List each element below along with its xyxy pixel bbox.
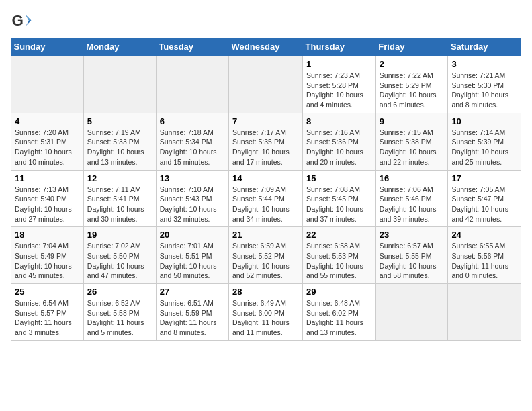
calendar-cell: 2Sunrise: 7:22 AM Sunset: 5:29 PM Daylig… xyxy=(375,56,448,113)
logo-icon: G xyxy=(11,11,32,32)
day-info: Sunrise: 7:10 AM Sunset: 5:43 PM Dayligh… xyxy=(160,185,225,224)
day-info: Sunrise: 7:23 AM Sunset: 5:28 PM Dayligh… xyxy=(306,71,372,110)
day-number: 21 xyxy=(232,230,299,240)
day-number: 5 xyxy=(87,116,152,126)
day-number: 17 xyxy=(451,173,517,183)
calendar-cell: 7Sunrise: 7:17 AM Sunset: 5:35 PM Daylig… xyxy=(229,113,303,170)
day-info: Sunrise: 6:49 AM Sunset: 6:00 PM Dayligh… xyxy=(232,298,299,338)
day-number: 1 xyxy=(306,59,372,69)
day-number: 19 xyxy=(87,230,152,240)
calendar-cell: 19Sunrise: 7:02 AM Sunset: 5:50 PM Dayli… xyxy=(83,227,156,284)
calendar-cell: 25Sunrise: 6:54 AM Sunset: 5:57 PM Dayli… xyxy=(11,284,84,341)
header-day-sunday: Sunday xyxy=(11,38,84,56)
day-info: Sunrise: 7:06 AM Sunset: 5:46 PM Dayligh… xyxy=(380,185,445,224)
header-day-wednesday: Wednesday xyxy=(229,38,303,56)
calendar-cell: 13Sunrise: 7:10 AM Sunset: 5:43 PM Dayli… xyxy=(156,170,228,227)
week-row-2: 4Sunrise: 7:20 AM Sunset: 5:31 PM Daylig… xyxy=(11,113,521,170)
calendar-table: SundayMondayTuesdayWednesdayThursdayFrid… xyxy=(11,38,521,341)
day-number: 10 xyxy=(451,116,517,126)
day-number: 13 xyxy=(160,173,225,183)
day-number: 12 xyxy=(87,173,152,183)
day-info: Sunrise: 7:13 AM Sunset: 5:40 PM Dayligh… xyxy=(15,185,80,224)
day-info: Sunrise: 7:18 AM Sunset: 5:34 PM Dayligh… xyxy=(160,128,225,167)
day-info: Sunrise: 6:51 AM Sunset: 5:59 PM Dayligh… xyxy=(160,298,225,338)
calendar-cell: 8Sunrise: 7:16 AM Sunset: 5:36 PM Daylig… xyxy=(303,113,376,170)
day-info: Sunrise: 7:22 AM Sunset: 5:29 PM Dayligh… xyxy=(380,71,445,110)
day-number: 16 xyxy=(380,173,445,183)
calendar-cell: 6Sunrise: 7:18 AM Sunset: 5:34 PM Daylig… xyxy=(156,113,228,170)
calendar-cell: 24Sunrise: 6:55 AM Sunset: 5:56 PM Dayli… xyxy=(448,227,521,284)
day-number: 18 xyxy=(15,230,80,240)
day-info: Sunrise: 6:57 AM Sunset: 5:55 PM Dayligh… xyxy=(380,241,445,281)
day-info: Sunrise: 7:19 AM Sunset: 5:33 PM Dayligh… xyxy=(87,128,152,167)
day-number: 6 xyxy=(160,116,225,126)
header-day-tuesday: Tuesday xyxy=(156,38,228,56)
calendar-cell xyxy=(229,56,303,113)
header-day-thursday: Thursday xyxy=(303,38,376,56)
day-number: 20 xyxy=(160,230,225,240)
day-number: 2 xyxy=(380,59,445,69)
calendar-cell: 29Sunrise: 6:48 AM Sunset: 6:02 PM Dayli… xyxy=(303,284,376,341)
week-row-5: 25Sunrise: 6:54 AM Sunset: 5:57 PM Dayli… xyxy=(11,284,521,341)
calendar-cell: 23Sunrise: 6:57 AM Sunset: 5:55 PM Dayli… xyxy=(375,227,448,284)
calendar-cell: 3Sunrise: 7:21 AM Sunset: 5:30 PM Daylig… xyxy=(448,56,521,113)
day-number: 24 xyxy=(451,230,517,240)
week-row-3: 11Sunrise: 7:13 AM Sunset: 5:40 PM Dayli… xyxy=(11,170,521,227)
header-row: SundayMondayTuesdayWednesdayThursdayFrid… xyxy=(11,38,521,56)
day-number: 15 xyxy=(306,173,372,183)
day-number: 29 xyxy=(306,287,372,297)
day-info: Sunrise: 7:17 AM Sunset: 5:35 PM Dayligh… xyxy=(232,128,299,167)
day-info: Sunrise: 7:11 AM Sunset: 5:41 PM Dayligh… xyxy=(87,185,152,224)
day-info: Sunrise: 6:58 AM Sunset: 5:53 PM Dayligh… xyxy=(306,241,372,281)
day-info: Sunrise: 7:15 AM Sunset: 5:38 PM Dayligh… xyxy=(380,128,445,167)
day-info: Sunrise: 6:59 AM Sunset: 5:52 PM Dayligh… xyxy=(232,241,299,281)
day-info: Sunrise: 7:20 AM Sunset: 5:31 PM Dayligh… xyxy=(15,128,80,167)
calendar-cell xyxy=(448,284,521,341)
calendar-cell: 18Sunrise: 7:04 AM Sunset: 5:49 PM Dayli… xyxy=(11,227,84,284)
day-info: Sunrise: 6:48 AM Sunset: 6:02 PM Dayligh… xyxy=(306,298,372,338)
day-info: Sunrise: 7:02 AM Sunset: 5:50 PM Dayligh… xyxy=(87,241,152,281)
day-number: 25 xyxy=(15,287,80,297)
day-info: Sunrise: 6:52 AM Sunset: 5:58 PM Dayligh… xyxy=(87,298,152,338)
day-info: Sunrise: 6:54 AM Sunset: 5:57 PM Dayligh… xyxy=(15,298,80,338)
calendar-cell: 14Sunrise: 7:09 AM Sunset: 5:44 PM Dayli… xyxy=(229,170,303,227)
calendar-cell xyxy=(375,284,448,341)
header-day-friday: Friday xyxy=(375,38,448,56)
calendar-cell: 28Sunrise: 6:49 AM Sunset: 6:00 PM Dayli… xyxy=(229,284,303,341)
day-number: 7 xyxy=(232,116,299,126)
day-number: 26 xyxy=(87,287,152,297)
calendar-cell: 4Sunrise: 7:20 AM Sunset: 5:31 PM Daylig… xyxy=(11,113,84,170)
header-day-saturday: Saturday xyxy=(448,38,521,56)
calendar-cell: 5Sunrise: 7:19 AM Sunset: 5:33 PM Daylig… xyxy=(83,113,156,170)
day-info: Sunrise: 7:09 AM Sunset: 5:44 PM Dayligh… xyxy=(232,185,299,224)
day-info: Sunrise: 7:01 AM Sunset: 5:51 PM Dayligh… xyxy=(160,241,225,281)
day-number: 27 xyxy=(160,287,225,297)
day-info: Sunrise: 7:05 AM Sunset: 5:47 PM Dayligh… xyxy=(451,185,517,224)
day-number: 8 xyxy=(306,116,372,126)
calendar-cell: 9Sunrise: 7:15 AM Sunset: 5:38 PM Daylig… xyxy=(375,113,448,170)
logo: G xyxy=(11,11,35,32)
calendar-cell: 20Sunrise: 7:01 AM Sunset: 5:51 PM Dayli… xyxy=(156,227,228,284)
calendar-cell: 11Sunrise: 7:13 AM Sunset: 5:40 PM Dayli… xyxy=(11,170,84,227)
day-info: Sunrise: 7:16 AM Sunset: 5:36 PM Dayligh… xyxy=(306,128,372,167)
header-day-monday: Monday xyxy=(83,38,156,56)
day-number: 23 xyxy=(380,230,445,240)
day-number: 14 xyxy=(232,173,299,183)
calendar-cell: 12Sunrise: 7:11 AM Sunset: 5:41 PM Dayli… xyxy=(83,170,156,227)
calendar-cell: 15Sunrise: 7:08 AM Sunset: 5:45 PM Dayli… xyxy=(303,170,376,227)
day-info: Sunrise: 7:21 AM Sunset: 5:30 PM Dayligh… xyxy=(451,71,517,110)
calendar-cell xyxy=(83,56,156,113)
calendar-cell xyxy=(156,56,228,113)
week-row-1: 1Sunrise: 7:23 AM Sunset: 5:28 PM Daylig… xyxy=(11,56,521,113)
page-header: G xyxy=(11,11,521,32)
calendar-cell xyxy=(11,56,84,113)
day-info: Sunrise: 7:08 AM Sunset: 5:45 PM Dayligh… xyxy=(306,185,372,224)
calendar-cell: 21Sunrise: 6:59 AM Sunset: 5:52 PM Dayli… xyxy=(229,227,303,284)
day-number: 3 xyxy=(451,59,517,69)
day-number: 9 xyxy=(380,116,445,126)
day-info: Sunrise: 7:04 AM Sunset: 5:49 PM Dayligh… xyxy=(15,241,80,281)
calendar-cell: 16Sunrise: 7:06 AM Sunset: 5:46 PM Dayli… xyxy=(375,170,448,227)
day-number: 22 xyxy=(306,230,372,240)
day-info: Sunrise: 7:14 AM Sunset: 5:39 PM Dayligh… xyxy=(451,128,517,167)
day-number: 11 xyxy=(15,173,80,183)
